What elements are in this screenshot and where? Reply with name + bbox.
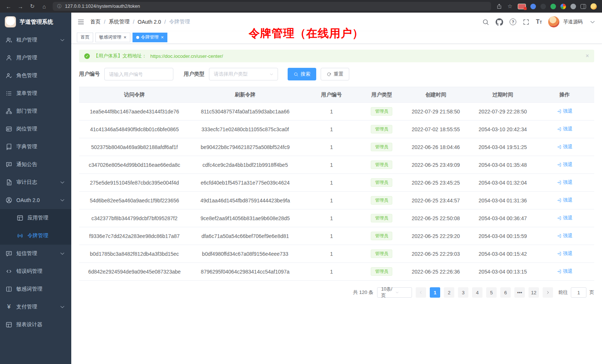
next-page-button[interactable] <box>543 287 553 298</box>
page-button[interactable]: 5 <box>486 287 497 298</box>
search-button[interactable]: 搜索 <box>288 68 316 80</box>
sidebar-toggle-icon[interactable] <box>580 4 586 9</box>
page-button[interactable]: 3 <box>458 287 468 298</box>
extension-icon[interactable] <box>550 4 556 9</box>
help-icon[interactable]: ? <box>510 19 516 25</box>
user-avatar[interactable] <box>548 16 559 27</box>
sidebar-item-dept[interactable]: 部门管理 <box>0 102 71 120</box>
user-name[interactable]: 芋道源码 <box>563 19 583 25</box>
home-icon[interactable]: ⌂ <box>41 3 48 10</box>
bookmark-star-icon[interactable]: ☆ <box>507 3 513 10</box>
sidebar-item-error-code[interactable]: 错误码管理 <box>0 262 71 280</box>
refresh-token-cell: dfa6c71a50a54c66bef706ef9e6e8d81 <box>190 227 300 245</box>
sidebar-item-sms[interactable]: 短信管理 <box>0 245 71 262</box>
create-time-cell: 2022-06-25 22:50:08 <box>401 209 470 227</box>
extensions-puzzle-icon[interactable] <box>570 4 576 9</box>
page-button[interactable]: 4 <box>472 287 482 298</box>
force-logout-button[interactable]: 强退 <box>557 143 573 150</box>
user-id-input[interactable] <box>104 68 173 80</box>
close-icon[interactable]: × <box>124 35 127 40</box>
action-cell: 强退 <box>535 120 594 138</box>
profile-avatar-icon[interactable] <box>590 3 597 10</box>
share-icon[interactable] <box>496 3 502 9</box>
page-button[interactable]: 1 <box>430 287 440 298</box>
search-icon[interactable] <box>482 19 489 26</box>
forward-icon[interactable]: → <box>17 3 24 10</box>
sidebar-item-report-designer[interactable]: 报表设计器 <box>0 316 71 334</box>
force-logout-button[interactable]: 强退 <box>557 250 573 257</box>
extension-icon[interactable] <box>518 4 526 9</box>
extension-icon[interactable] <box>540 4 546 9</box>
tab-home[interactable]: 首页 <box>77 33 93 42</box>
fullscreen-icon[interactable] <box>523 19 530 26</box>
yen-icon: ¥ <box>6 304 12 310</box>
chevron-down-icon <box>59 250 66 257</box>
goto-page: 前往 页 <box>558 287 594 298</box>
sidebar-item-tenant[interactable]: 租户管理 <box>0 31 71 49</box>
sidebar-item-menu[interactable]: 菜单管理 <box>0 85 71 102</box>
sidebar-item-audit-log[interactable]: 审计日志 <box>0 173 71 191</box>
col-header-user-id: 用户编号 <box>301 87 363 103</box>
app-logo[interactable]: 芋道管理系统 <box>0 13 71 31</box>
doc-alert-banner: ✓ 【用户体系】文档地址： https://doc.iocoder.cn/use… <box>79 50 594 62</box>
reload-icon[interactable]: ↻ <box>29 3 36 10</box>
user-type-cell: 管理员 <box>362 138 401 156</box>
force-logout-button[interactable]: 强退 <box>557 232 573 239</box>
prev-page-button[interactable] <box>416 287 426 298</box>
force-logout-button[interactable]: 强退 <box>557 126 573 132</box>
chevron-down-icon <box>59 37 66 43</box>
chevron-down-icon[interactable] <box>589 19 596 26</box>
user-type-badge: 管理员 <box>371 249 392 258</box>
sidebar-item-post[interactable]: 岗位管理 <box>0 120 71 138</box>
success-check-icon: ✓ <box>84 53 90 59</box>
sidebar-item-dict[interactable]: 字典管理 <box>0 138 71 156</box>
github-icon[interactable] <box>495 18 503 26</box>
force-logout-button[interactable]: 强退 <box>557 197 573 203</box>
col-header-expire-time: 过期时间 <box>471 87 535 103</box>
site-info-icon[interactable]: ⓘ <box>57 3 62 10</box>
user-type-select[interactable]: 请选择用户类型 <box>209 68 278 80</box>
force-logout-button[interactable]: 强退 <box>557 108 573 115</box>
tab-sensitive-words[interactable]: 敏感词管理 × <box>95 33 130 42</box>
force-logout-button[interactable]: 强退 <box>557 179 573 186</box>
page-button[interactable]: 12 <box>529 287 539 298</box>
more-pages-button[interactable]: ••• <box>514 287 525 298</box>
back-icon[interactable]: ← <box>5 3 12 10</box>
sidebar-item-user[interactable]: 用户管理 <box>0 49 71 67</box>
close-icon[interactable]: × <box>161 35 164 40</box>
sidebar-item-payment[interactable]: ¥ 支付管理 <box>0 298 71 316</box>
reset-button[interactable]: 重置 <box>321 68 349 80</box>
sidebar-item-app-manage[interactable]: 应用管理 <box>0 209 71 227</box>
chevron-down-icon <box>395 290 409 295</box>
logout-icon <box>557 216 562 221</box>
goto-page-input[interactable] <box>571 287 586 298</box>
breadcrumb-item[interactable]: 首页 <box>90 19 101 25</box>
font-size-icon[interactable]: TT <box>536 19 542 25</box>
sidebar-item-sensitive-words[interactable]: 敏感词管理 <box>0 280 71 298</box>
sidebar-item-oauth[interactable]: OAuth 2.0 <box>0 191 71 209</box>
close-icon[interactable]: × <box>586 53 589 59</box>
breadcrumb-item[interactable]: OAuth 2.0 <box>138 19 161 25</box>
sidebar-item-role[interactable]: 角色管理 <box>0 67 71 85</box>
sidebar-item-token-manage[interactable]: 令牌管理 <box>0 227 71 245</box>
table-header-row: 访问令牌 刷新令牌 用户编号 用户类型 创建时间 过期时间 操作 <box>79 87 594 103</box>
tab-label: 敏感词管理 <box>99 34 121 40</box>
force-logout-button[interactable]: 强退 <box>557 268 573 275</box>
sidebar-item-notice[interactable]: 通知公告 <box>0 156 71 173</box>
page-size-select[interactable]: 10条/页 <box>377 287 412 298</box>
sidebar-item-label: 应用管理 <box>27 215 66 221</box>
force-logout-button[interactable]: 强退 <box>557 215 573 221</box>
extension-icon[interactable] <box>560 4 566 9</box>
hamburger-icon[interactable] <box>77 18 85 26</box>
force-logout-button[interactable]: 强退 <box>557 161 573 168</box>
breadcrumb-item[interactable]: 系统管理 <box>109 19 130 25</box>
doc-link[interactable]: https://doc.iocoder.cn/user-center/ <box>150 53 223 59</box>
url-bar[interactable]: ⓘ 127.0.0.1:1024/system/oauth2/token <box>53 2 491 11</box>
layout-icon <box>6 321 12 328</box>
tab-token-manage[interactable]: 令牌管理 × <box>132 33 168 42</box>
extension-icon[interactable] <box>530 4 536 9</box>
user-id-cell: 1 <box>301 209 363 227</box>
tab-label: 令牌管理 <box>141 34 159 40</box>
page-button[interactable]: 6 <box>500 287 511 298</box>
page-button[interactable]: 2 <box>444 287 454 298</box>
